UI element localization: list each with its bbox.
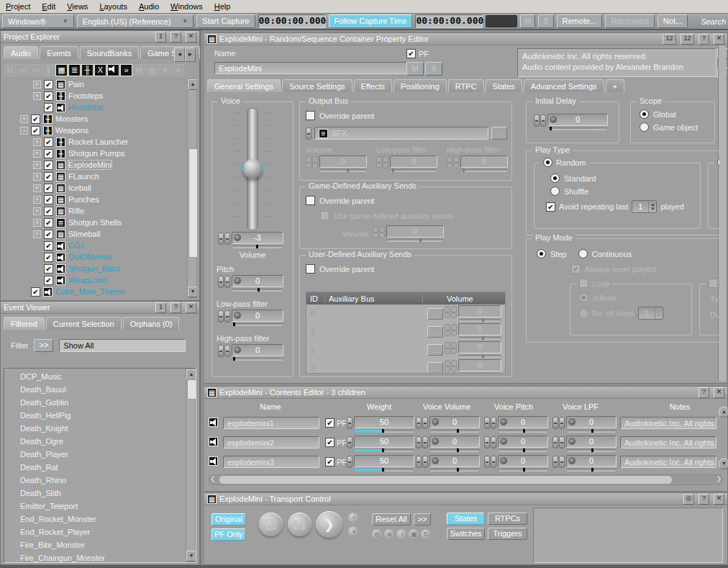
sequence-option[interactable]: S	[714, 158, 719, 167]
voice-pitch-control-value[interactable]: ≈0	[498, 436, 548, 448]
fader-grip-icon[interactable]	[559, 417, 565, 429]
original-button[interactable]: Original	[211, 513, 246, 526]
slider-thumb[interactable]	[258, 288, 260, 292]
notes-field[interactable]: Audiokinetic Inc. All rights re	[620, 436, 716, 448]
radio-global[interactable]	[640, 109, 649, 119]
menu-views[interactable]: Views	[61, 1, 94, 12]
order-toggle-icon[interactable]: 12	[663, 34, 676, 45]
expand-icon[interactable]: +	[33, 219, 41, 227]
random-option[interactable]: Random	[540, 158, 589, 167]
instance-button[interactable]: 1	[155, 302, 166, 313]
avoid-repeating-spinner[interactable]: 1 ▲▼	[632, 200, 657, 213]
weight-control-value[interactable]: 50	[354, 416, 414, 428]
slider-track[interactable]	[232, 288, 283, 292]
pause-button[interactable]: ❚❚	[288, 513, 311, 536]
tree-item-outofammo[interactable]: OutOfAmmo	[3, 251, 186, 263]
radio-standard[interactable]	[550, 173, 560, 183]
filter-expand-button[interactable]: >>	[34, 339, 53, 352]
expand-icon[interactable]: +	[33, 150, 41, 158]
slider-thumb[interactable]	[457, 448, 459, 452]
fader-grip-icon[interactable]	[218, 276, 224, 288]
tree-item-shotgun-pumps[interactable]: +╫Shotgun Pumps	[3, 148, 186, 159]
slider-thumb[interactable]	[457, 429, 459, 433]
radio-sequence[interactable]	[717, 158, 719, 167]
voice-hpf-value[interactable]: ≈0	[232, 344, 283, 356]
fader-grip-icon[interactable]	[347, 456, 352, 468]
menu-edit[interactable]: Edit	[36, 1, 61, 12]
pf-toggle[interactable]: PF	[406, 49, 429, 58]
pf-toggle[interactable]: PF	[325, 418, 347, 428]
weight-control[interactable]: 50	[347, 416, 414, 433]
tree-item-rocket-launcher[interactable]: +╫Rocket Launcher	[3, 136, 186, 148]
stop-button[interactable]	[259, 513, 283, 536]
tree-item-cg1[interactable]: CG1	[3, 240, 186, 251]
override-parent-row[interactable]: Override parent	[306, 196, 511, 205]
tree-item-flaunch[interactable]: +▦FLaunch	[3, 171, 186, 182]
tab-effects[interactable]: Effects	[354, 79, 392, 92]
tree-item-weapload[interactable]: WeapLoad	[3, 274, 186, 286]
voice-lpf-control-value[interactable]: ≈0	[566, 416, 616, 428]
event-item-death-bauul[interactable]: Death_Bauul	[4, 383, 186, 396]
collapse-icon[interactable]: -	[20, 127, 28, 135]
search-input[interactable]: Search	[701, 17, 726, 26]
tree-scrollbar[interactable]: ▲ ▼	[187, 78, 197, 298]
tree-item-iceball[interactable]: +▦Iceball	[3, 182, 186, 194]
slider-track[interactable]	[232, 357, 283, 361]
slider-thumb[interactable]	[591, 468, 593, 472]
slider-thumb[interactable]	[382, 429, 384, 433]
pf-toggle[interactable]: PF	[325, 438, 347, 447]
pin-icon[interactable]: ◎	[683, 494, 694, 505]
fader-grip-icon[interactable]	[491, 456, 496, 468]
menu-project[interactable]: Project	[0, 1, 36, 12]
include-checkbox[interactable]	[44, 91, 53, 101]
fader-grip-icon[interactable]	[224, 345, 230, 357]
motion-device-icon[interactable]: ◔	[396, 529, 406, 539]
voice-pitch-control[interactable]: ≈0	[484, 436, 548, 453]
tab-advanced-settings[interactable]: Advanced Settings	[524, 79, 604, 92]
random-container-icon[interactable]: ▦	[55, 64, 68, 76]
radio-shuffle[interactable]	[550, 186, 560, 196]
scroll-down-icon[interactable]: ▼	[188, 287, 197, 297]
source-icon[interactable]: ▣	[409, 529, 419, 539]
tab-audio[interactable]: Audio	[4, 46, 38, 59]
tab-states[interactable]: States	[486, 79, 522, 92]
expand-icon[interactable]: +	[33, 161, 41, 169]
help-icon[interactable]: ?	[699, 494, 709, 505]
transport-expand-button[interactable]: >>	[414, 513, 431, 526]
scroll-left-icon[interactable]: ❮	[210, 475, 216, 483]
fader-grip-icon[interactable]	[422, 436, 428, 448]
scroll-down-icon[interactable]: ▼	[186, 551, 196, 562]
tree-item-shotgun-blast[interactable]: Shotgun_Blast	[3, 263, 186, 274]
voice-volume-control-value[interactable]: ≈0	[429, 436, 480, 448]
switch-container-icon[interactable]: »	[120, 64, 132, 76]
standard-option[interactable]: Standard	[550, 173, 700, 183]
fader-grip-icon[interactable]	[559, 436, 565, 448]
tab-filtered[interactable]: Filtered	[4, 317, 45, 330]
tree-item-slimeball[interactable]: +▦Slimeball	[3, 228, 186, 240]
notifications-button[interactable]: Not...	[658, 14, 688, 28]
fader-grip-icon[interactable]	[534, 114, 540, 127]
help-icon[interactable]: ?	[699, 34, 709, 45]
reset-all-button[interactable]: Reset All	[372, 513, 411, 526]
voice-hpf-control[interactable]: ≈0	[218, 344, 293, 361]
fader-grip-icon[interactable]	[218, 233, 224, 245]
voice-lpf-control[interactable]: ≈0	[552, 416, 616, 433]
event-item-death-knight[interactable]: Death_Knight	[4, 422, 186, 435]
fader-grip-icon[interactable]	[491, 436, 496, 448]
expand-icon[interactable]: +	[33, 173, 41, 181]
help-icon[interactable]: ?	[699, 387, 709, 398]
project-explorer-titlebar[interactable]: Project Explorer 1 ? ✕	[1, 31, 199, 43]
contents-editor-titlebar[interactable]: ▦ ExplodeMini - Contents Editor - 3 chil…	[204, 387, 727, 399]
pf-checkbox[interactable]	[325, 418, 335, 428]
fader-grip-icon[interactable]	[484, 436, 490, 448]
scrollbar-thumb[interactable]	[188, 148, 197, 258]
tree-item-rifle[interactable]: +▦Rifle	[3, 205, 186, 217]
expand-icon[interactable]: +	[33, 81, 41, 89]
voice-volume-value[interactable]: ≈-3	[232, 232, 283, 244]
fader-grip-icon[interactable]	[224, 310, 230, 323]
include-checkbox[interactable]	[44, 218, 53, 227]
event-item-end-rocket-player[interactable]: End_Rocket_Player	[4, 526, 186, 538]
order-toggle-icon[interactable]: 12	[681, 34, 694, 45]
fader-grip-icon[interactable]	[484, 456, 490, 468]
property-editor-titlebar[interactable]: ▦ ExplodeMini - Random/Sequence Containe…	[204, 33, 727, 45]
